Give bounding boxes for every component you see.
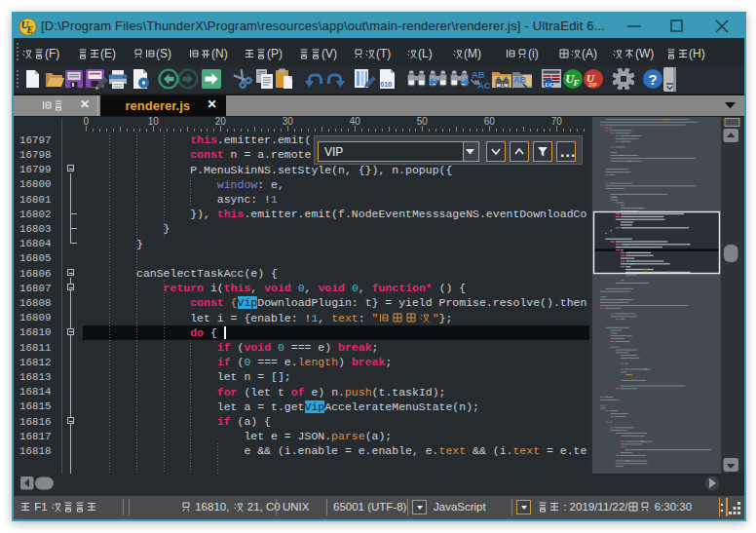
svg-text:E: E (26, 23, 34, 34)
